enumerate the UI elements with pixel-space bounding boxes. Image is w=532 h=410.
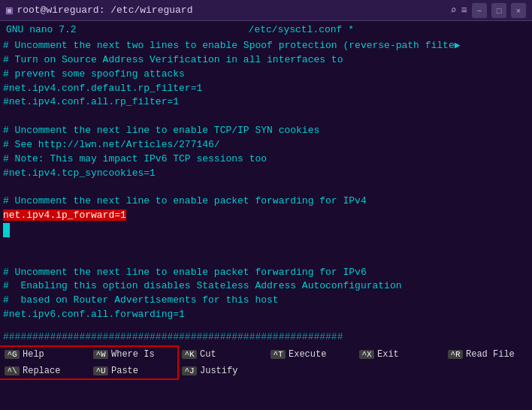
editor-line bbox=[3, 252, 529, 266]
editor-line: # Uncomment the next line to enable TCP/… bbox=[3, 124, 529, 138]
shortcut-cut[interactable]: ^K Cut bbox=[177, 347, 266, 362]
editor-line: # Turn on Source Address Verification in… bbox=[3, 53, 529, 68]
title-bar-left: ▣ root@wireguard: /etc/wireguard bbox=[6, 4, 192, 17]
shortcut-where-is[interactable]: ^W Where Is bbox=[89, 347, 177, 362]
editor-line: # Enabling this option disables Stateles… bbox=[3, 279, 529, 294]
shortcut-key-replace: ^\ bbox=[5, 366, 20, 375]
shortcut-label-cut: Cut bbox=[200, 349, 216, 360]
shortcut-label-read-file: Read File bbox=[466, 349, 515, 360]
shortcut-replace[interactable]: ^\ Replace bbox=[0, 363, 89, 378]
close-button[interactable]: × bbox=[511, 3, 526, 18]
editor-line: #net.ipv4.conf.default.rp_filter=1 bbox=[3, 82, 529, 96]
editor-line: #net.ipv6.conf.all.forwarding=1 bbox=[3, 308, 529, 322]
minimize-button[interactable]: − bbox=[472, 3, 487, 18]
shortcut-exit[interactable]: ^X Exit bbox=[355, 347, 443, 362]
cursor-line bbox=[3, 223, 529, 237]
editor-area[interactable]: # Uncomment the next two lines to enable… bbox=[0, 38, 532, 330]
shortcut-key-execute: ^T bbox=[271, 350, 286, 359]
shortcut-bar: ^G Help ^W Where Is ^K Cut ^T Execute ^X… bbox=[0, 344, 532, 380]
terminal-icon: ▣ bbox=[6, 4, 12, 17]
shortcut-key-exit: ^X bbox=[359, 350, 374, 359]
editor-line: # Note: This may impact IPv6 TCP session… bbox=[3, 152, 529, 167]
editor-line: # Uncomment the next line to enable pack… bbox=[3, 194, 529, 209]
shortcut-justify[interactable]: ^J Justify bbox=[177, 363, 266, 378]
shortcut-key-where-is: ^W bbox=[93, 350, 108, 359]
editor-line: net.ipv4.ip_forward=1 bbox=[3, 209, 529, 223]
editor-line: #net.ipv4.tcp_syncookies=1 bbox=[3, 167, 529, 181]
shortcut-help[interactable]: ^G Help bbox=[0, 347, 89, 362]
editor-line: # See http://lwn.net/Articles/277146/ bbox=[3, 138, 529, 152]
shortcut-key-cut: ^K bbox=[182, 350, 197, 359]
shortcut-label-replace: Replace bbox=[23, 366, 60, 376]
editor-line bbox=[3, 237, 529, 252]
shortcut-label-paste: Paste bbox=[111, 366, 138, 376]
shortcut-read-file[interactable]: ^R Read File bbox=[443, 347, 532, 362]
menu-icon[interactable]: ≡ bbox=[461, 5, 467, 17]
shortcut-key-read-file: ^R bbox=[448, 350, 463, 359]
editor-line: #net.ipv4.conf.all.rp_filter=1 bbox=[3, 95, 529, 110]
editor-line bbox=[3, 180, 529, 194]
shortcut-label-exit: Exit bbox=[377, 349, 399, 360]
nano-version: GNU nano 7.2 bbox=[6, 24, 77, 35]
shortcut-key-paste: ^U bbox=[93, 366, 108, 375]
editor-line: # Uncomment the next two lines to enable… bbox=[3, 39, 529, 53]
nano-header: GNU nano 7.2 /etc/sysctl.conf * bbox=[0, 21, 532, 38]
search-icon[interactable]: ⌕ bbox=[450, 4, 456, 17]
editor-line: # based on Router Advertisements for thi… bbox=[3, 294, 529, 308]
shortcut-key-justify: ^J bbox=[182, 366, 197, 375]
shortcut-label-justify: Justify bbox=[200, 366, 237, 376]
shortcut-key-help: ^G bbox=[5, 350, 20, 359]
shortcut-label-where-is: Where Is bbox=[111, 349, 155, 360]
file-name: /etc/sysctl.conf * bbox=[249, 24, 354, 35]
window-title: root@wireguard: /etc/wireguard bbox=[17, 5, 192, 16]
shortcut-execute[interactable]: ^T Execute bbox=[266, 347, 355, 362]
shortcut-paste[interactable]: ^U Paste bbox=[89, 363, 177, 378]
editor-line: # prevent some spoofing attacks bbox=[3, 68, 529, 82]
title-bar: ▣ root@wireguard: /etc/wireguard ⌕ ≡ − □… bbox=[0, 0, 532, 21]
maximize-button[interactable]: □ bbox=[491, 3, 506, 18]
editor-line: # Uncomment the next line to enable pack… bbox=[3, 266, 529, 280]
editor-line bbox=[3, 110, 529, 124]
hash-line: ########################################… bbox=[0, 330, 532, 344]
shortcut-label-execute: Execute bbox=[289, 349, 326, 360]
shortcut-label-help: Help bbox=[23, 349, 44, 360]
